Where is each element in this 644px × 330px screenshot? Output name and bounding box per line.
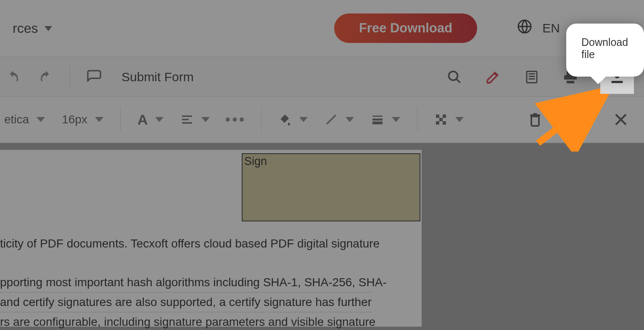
language-switcher[interactable]: EN (517, 19, 560, 37)
document-body-text: ticity of PDF documents. Tecxoft offers … (0, 234, 387, 330)
align-icon (180, 113, 194, 126)
svg-rect-20 (573, 114, 578, 125)
text-line: ticity of PDF documents. Tecxoft offers … (0, 234, 387, 253)
formatting-toolbar: etica 16px A ••• (0, 97, 644, 143)
close-button[interactable] (612, 111, 630, 128)
signature-label: Sign (244, 155, 267, 168)
submit-form-button[interactable]: Submit Form (121, 70, 194, 84)
align-button[interactable] (180, 113, 210, 126)
svg-rect-17 (436, 121, 439, 125)
language-label: EN (542, 21, 560, 35)
toolbar-divider (70, 65, 70, 88)
svg-point-1 (449, 71, 458, 80)
comment-button[interactable] (85, 68, 103, 86)
tooltip-text: Download file (581, 36, 628, 60)
checkerboard-icon (434, 113, 448, 126)
toolbar-divider (417, 107, 417, 132)
text-line: rs are configurable, including signature… (0, 312, 387, 330)
free-download-label: Free Download (359, 21, 452, 36)
opacity-button[interactable] (434, 113, 464, 126)
free-download-button[interactable]: Free Download (334, 13, 477, 43)
text-color-button[interactable]: A (137, 112, 164, 128)
chevron-down-icon (455, 117, 464, 122)
paint-bucket-icon (278, 113, 292, 126)
text-line-highlighted: and certify signatures are also supporte… (0, 292, 387, 312)
chevron-down-icon (37, 117, 45, 122)
more-button[interactable]: ••• (227, 111, 244, 128)
line-icon (325, 113, 338, 126)
line-style-button[interactable] (325, 113, 354, 126)
font-size-label: 16px (62, 113, 87, 126)
svg-rect-14 (436, 114, 439, 118)
line-weight-button[interactable] (371, 113, 400, 126)
formatting-right-group (526, 111, 630, 128)
svg-rect-16 (439, 118, 443, 121)
chevron-down-icon (155, 117, 164, 122)
svg-rect-15 (443, 114, 446, 118)
search-button[interactable] (446, 68, 463, 86)
edit-button[interactable] (484, 68, 502, 86)
undo-button[interactable] (4, 68, 22, 86)
chevron-down-icon (95, 117, 103, 122)
delete-button[interactable] (526, 111, 544, 128)
download-tooltip: Download file (566, 24, 644, 77)
page-view-button[interactable] (523, 68, 541, 86)
svg-line-2 (457, 79, 460, 82)
redo-button[interactable] (37, 68, 55, 86)
header-bar: rces Free Download EN (0, 0, 644, 57)
document-page: Sign ticity of PDF documents. Tecxoft of… (0, 150, 422, 327)
text-color-icon: A (137, 112, 148, 128)
text-line: pporting most important hash algorithms … (0, 273, 387, 292)
nav-label: rces (13, 21, 38, 36)
chevron-down-icon (201, 117, 210, 122)
svg-rect-18 (443, 121, 446, 125)
signature-field[interactable]: Sign (242, 153, 420, 221)
nav-dropdown-resources[interactable]: rces (13, 21, 52, 36)
toolbar-divider (261, 107, 261, 132)
toolbar-divider (120, 107, 121, 132)
chevron-down-icon (299, 117, 308, 122)
panel-toggle-button[interactable] (569, 111, 587, 128)
svg-line-10 (327, 115, 336, 124)
chevron-down-icon (346, 117, 354, 122)
fill-color-button[interactable] (278, 113, 308, 126)
chevron-down-icon (392, 117, 400, 122)
main-toolbar: Submit Form (0, 57, 644, 97)
document-viewport[interactable]: Sign ticity of PDF documents. Tecxoft of… (0, 143, 644, 330)
line-weight-icon (371, 113, 384, 126)
font-size-dropdown[interactable]: 16px (62, 113, 103, 126)
font-name-label: etica (4, 113, 29, 126)
globe-icon (517, 19, 532, 37)
font-name-dropdown[interactable]: etica (4, 113, 45, 126)
chevron-down-icon (45, 26, 52, 31)
text-line-empty (0, 253, 387, 273)
